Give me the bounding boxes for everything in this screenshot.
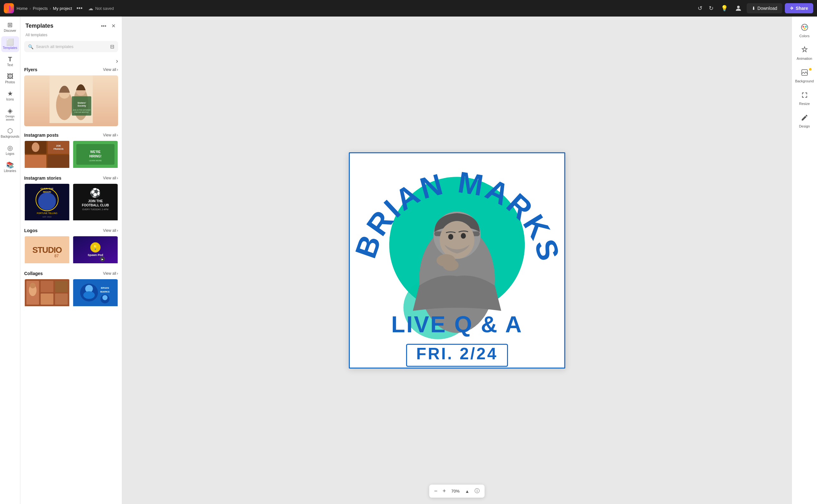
svg-rect-14 — [25, 155, 46, 168]
save-status: ☁ Not saved — [88, 5, 114, 11]
cloud-icon: ☁ — [88, 5, 93, 11]
sidebar-item-libraries[interactable]: 📚 Libraries — [1, 159, 19, 175]
section-instagram-stories: Instagram stories View all › OVER THE M — [24, 176, 118, 222]
zoom-out-button[interactable]: − — [432, 487, 440, 496]
svg-text:HIRING!: HIRING! — [89, 155, 101, 158]
breadcrumb-home[interactable]: Home — [17, 6, 28, 11]
collage-template-2[interactable]: BRIAN MARKS — [73, 279, 118, 307]
design-canvas[interactable]: BRIAN MARKS LIVE Q & A FRI. 2/24 — [349, 152, 565, 369]
svg-rect-13 — [48, 141, 69, 154]
right-sidebar-background[interactable]: Background — [793, 66, 816, 86]
svg-text:BRIAN: BRIAN — [101, 287, 109, 289]
instagram-post-template-1[interactable]: ZOE FRANCIS — [24, 141, 70, 169]
right-sidebar-design-label: Design — [799, 124, 810, 128]
section-flyers: Flyers View all › — [24, 67, 118, 126]
instagram-post-template-2[interactable]: WE'RE HIRING! LEARN MORE — [73, 141, 118, 169]
info-button[interactable]: ⓘ — [473, 487, 481, 496]
instagram-story-template-2[interactable]: ⚽ JOIN THE FOOTBALL CLUB EVERY TUESDAY, … — [73, 184, 118, 222]
section-flyers-header: Flyers View all › — [24, 67, 118, 72]
section-instagram-posts: Instagram posts View all › — [24, 133, 118, 169]
svg-text:FOOTBALL CLUB: FOOTBALL CLUB — [82, 204, 109, 207]
svg-point-69 — [460, 233, 466, 238]
sidebar-item-design-assets[interactable]: ◈ Design assets — [1, 105, 19, 124]
expand-panel-button[interactable]: › — [114, 56, 119, 66]
svg-text:Spawn Pod: Spawn Pod — [87, 253, 103, 257]
panel-content: Flyers View all › — [20, 67, 122, 504]
right-sidebar-colors-label: Colors — [800, 34, 810, 38]
right-sidebar-animation-label: Animation — [797, 57, 812, 60]
panel-header-actions: ••• ✕ — [100, 22, 117, 30]
svg-rect-47 — [41, 281, 53, 292]
instagram-stories-grid: OVER THE MOON FORTUNE TELLING EST. 2019 … — [24, 184, 118, 222]
backgrounds-icon: ⬡ — [7, 128, 13, 134]
text-icon: T — [8, 56, 12, 62]
zoom-dropdown-button[interactable]: ▲ — [463, 487, 471, 495]
svg-text:ZOE: ZOE — [56, 145, 61, 147]
right-sidebar-design[interactable]: Design — [793, 111, 816, 131]
icons-icon: ★ — [7, 90, 13, 97]
download-button[interactable]: ⬇ Download — [747, 3, 782, 13]
flyers-view-all[interactable]: View all › — [103, 67, 118, 72]
logos-grid: STUDIO 87 — [24, 236, 118, 265]
collage-template-1[interactable] — [24, 279, 70, 307]
right-sidebar-animation[interactable]: Animation — [793, 43, 816, 64]
breadcrumb-projects[interactable]: Projects — [33, 6, 48, 11]
svg-point-71 — [443, 259, 459, 271]
svg-point-79 — [804, 28, 806, 30]
profile-button[interactable] — [733, 3, 744, 14]
sidebar-item-discover[interactable]: ⊞ Discover — [1, 19, 19, 35]
zoom-in-button[interactable]: + — [441, 487, 448, 496]
section-instagram-posts-title: Instagram posts — [24, 133, 59, 138]
lightbulb-button[interactable]: 💡 — [719, 3, 730, 14]
instagram-story-template-1[interactable]: OVER THE MOON FORTUNE TELLING EST. 2019 — [24, 184, 70, 222]
redo-button[interactable]: ↻ — [706, 3, 716, 13]
logos-view-all[interactable]: View all › — [103, 228, 118, 233]
sidebar-item-text-label: Text — [7, 63, 13, 67]
sidebar-item-design-assets-label: Design assets — [3, 115, 17, 121]
panel-more-button[interactable]: ••• — [100, 22, 107, 30]
instagram-posts-view-all[interactable]: View all › — [103, 133, 118, 137]
undo-redo-group: ↺ ↻ — [695, 3, 716, 13]
more-button[interactable]: ••• — [74, 4, 84, 13]
svg-point-0 — [737, 6, 740, 8]
svg-text:FOR OUR MONTHLY: FOR OUR MONTHLY — [74, 112, 89, 113]
section-instagram-stories-title: Instagram stories — [24, 176, 61, 181]
panel-title: Templates — [25, 23, 53, 29]
svg-text:MOON: MOON — [43, 190, 51, 193]
svg-text:▶: ▶ — [101, 258, 103, 261]
svg-point-68 — [448, 234, 453, 239]
sidebar-item-photos-label: Photos — [5, 80, 15, 84]
right-sidebar-resize[interactable]: Resize — [793, 88, 816, 109]
sidebar-item-photos[interactable]: 🖼 Photos — [1, 71, 19, 86]
logo-template-2[interactable]: 💡 Spawn Pod ▶ — [73, 236, 118, 265]
logo-template-1[interactable]: STUDIO 87 — [24, 236, 70, 265]
main-layout: ⊞ Discover ⬜ Templates T Text 🖼 Photos ★… — [0, 17, 817, 504]
svg-point-52 — [30, 283, 36, 288]
svg-text:⚽: ⚽ — [90, 188, 101, 198]
app-logo[interactable] — [4, 3, 14, 13]
sidebar-item-templates-label: Templates — [3, 46, 17, 50]
collages-view-all[interactable]: View all › — [103, 271, 118, 276]
instagram-stories-view-all[interactable]: View all › — [103, 176, 118, 180]
svg-text:STUDIO: STUDIO — [32, 245, 62, 255]
search-input[interactable] — [36, 44, 107, 49]
sidebar-item-backgrounds[interactable]: ⬡ Backgrounds — [1, 125, 19, 141]
canvas-area: BRIAN MARKS LIVE Q & A FRI. 2/24 − + 70%… — [122, 17, 792, 504]
sidebar-item-templates[interactable]: ⬜ Templates — [1, 36, 19, 52]
svg-rect-50 — [55, 293, 68, 305]
right-sidebar-colors[interactable]: Colors — [793, 20, 816, 41]
svg-rect-48 — [55, 281, 68, 292]
panel-close-button[interactable]: ✕ — [110, 22, 117, 30]
sidebar-item-icons[interactable]: ★ Icons — [1, 88, 19, 104]
zoom-toolbar: − + 70% ▲ ⓘ — [429, 485, 485, 498]
sidebar-item-text[interactable]: T Text — [1, 53, 19, 69]
svg-text:FRI. 2/24: FRI. 2/24 — [416, 344, 498, 363]
flyer-template-item[interactable]: Sisters' Society JOIN US THIS SATURDAY F… — [24, 75, 118, 126]
sidebar-item-discover-label: Discover — [4, 29, 16, 32]
filter-button[interactable]: ⊟ — [110, 44, 114, 50]
poster-svg: BRIAN MARKS LIVE Q & A FRI. 2/24 — [350, 153, 564, 368]
undo-button[interactable]: ↺ — [695, 3, 705, 13]
search-icon: 🔍 — [28, 44, 33, 49]
share-button[interactable]: ✈ Share — [785, 3, 813, 13]
sidebar-item-logos[interactable]: ◎ Logos — [1, 142, 19, 158]
